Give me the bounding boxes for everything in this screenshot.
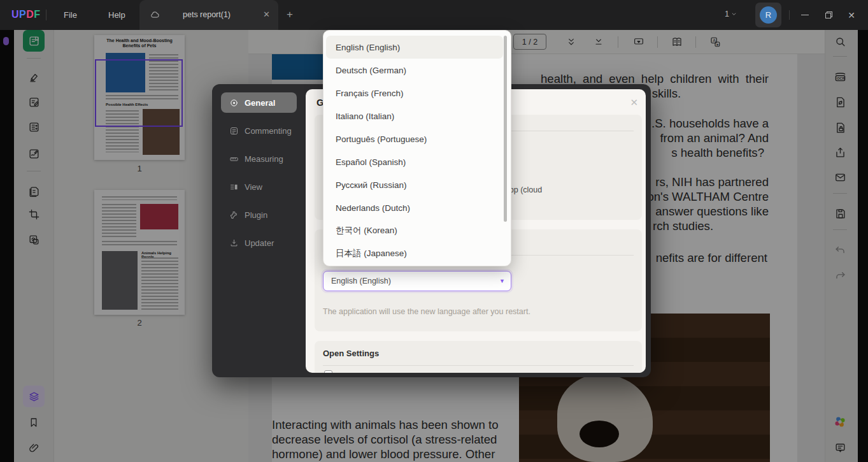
app-area: The Health and Mood-Boosting Benefits of… — [0, 30, 868, 462]
nav-label: Measuring — [245, 154, 283, 164]
nav-label: Commenting — [245, 126, 292, 136]
nav-label: Updater — [245, 238, 274, 248]
language-option-dutch[interactable]: Nederlands (Dutch) — [326, 196, 503, 219]
settings-tab-general[interactable]: General — [221, 92, 297, 113]
settings-nav: General Commenting Measuring View Plugin — [212, 84, 306, 377]
settings-tab-updater[interactable]: Updater — [221, 233, 297, 253]
tab-close-icon[interactable]: ✕ — [263, 10, 270, 19]
language-select[interactable]: English (English) ▼ — [323, 271, 511, 291]
dropdown-scrollbar[interactable] — [504, 36, 507, 222]
logo-letter: U — [11, 9, 19, 20]
language-option-korean[interactable]: 한국어 (Korean) — [326, 219, 503, 242]
restart-note: The application will use the new languag… — [323, 307, 530, 316]
divider — [789, 10, 790, 20]
nav-label: Plugin — [245, 210, 267, 220]
close-window-button[interactable]: ✕ — [841, 0, 862, 30]
logo-letter: D — [26, 9, 34, 20]
open-settings-section: Open Settings — [315, 341, 642, 373]
settings-tab-commenting[interactable]: Commenting — [221, 120, 297, 141]
divider — [323, 365, 634, 366]
logo-letter: P — [19, 9, 26, 20]
language-option-english[interactable]: English (English) — [326, 36, 503, 59]
menu-file[interactable]: File — [56, 0, 85, 30]
language-select-value: English (English) — [331, 277, 391, 285]
nav-label: General — [245, 98, 275, 108]
minimize-button[interactable] — [794, 0, 816, 30]
divider — [46, 10, 46, 20]
tab-title: pets report(1) — [183, 10, 231, 19]
settings-tab-plugin[interactable]: Plugin — [221, 205, 297, 225]
menu-help[interactable]: Help — [101, 0, 133, 30]
account-button[interactable]: R — [755, 3, 781, 27]
open-settings-checkbox[interactable] — [324, 370, 332, 373]
open-settings-heading: Open Settings — [323, 349, 379, 358]
dialog-close-icon[interactable]: ✕ — [630, 97, 638, 108]
cloud-icon — [150, 10, 160, 23]
settings-dialog: General Commenting Measuring View Plugin — [212, 84, 651, 377]
language-option-french[interactable]: Français (French) — [326, 82, 503, 105]
language-option-russian[interactable]: Русский (Russian) — [326, 173, 503, 196]
new-tab-button[interactable]: + — [287, 8, 293, 21]
language-option-portuguese[interactable]: Português (Portuguese) — [326, 127, 503, 150]
language-dropdown: English (English) Deutsch (German) Franç… — [323, 30, 511, 266]
window-selector[interactable]: 1 — [725, 10, 737, 18]
restore-button[interactable] — [818, 0, 839, 30]
title-bar: UPDF File Help pets report(1) ✕ + 1 R ✕ — [0, 0, 868, 30]
language-option-spanish[interactable]: Español (Spanish) — [326, 150, 503, 173]
settings-tab-measuring[interactable]: Measuring — [221, 148, 297, 169]
language-option-italian[interactable]: Italiano (Italian) — [326, 105, 503, 127]
language-option-japanese[interactable]: 日本語 (Japanese) — [326, 242, 503, 265]
language-option-german[interactable]: Deutsch (German) — [326, 59, 503, 82]
updf-window: UPDF File Help pets report(1) ✕ + 1 R ✕ — [0, 0, 868, 462]
nav-label: View — [245, 182, 262, 192]
settings-tab-view[interactable]: View — [221, 177, 297, 197]
document-tab[interactable]: pets report(1) ✕ — [139, 0, 278, 30]
select-arrow-icon: ▼ — [499, 271, 505, 291]
updf-logo: UPDF — [11, 9, 41, 20]
logo-letter: F — [34, 9, 40, 20]
avatar: R — [760, 6, 777, 24]
